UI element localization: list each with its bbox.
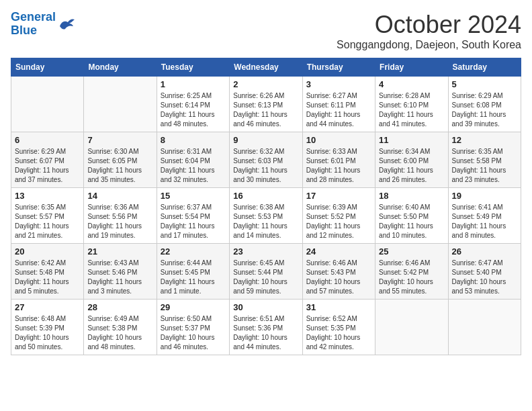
logo-bird-icon	[57, 17, 76, 32]
day-number: 7	[87, 135, 152, 145]
day-number: 21	[87, 246, 152, 257]
day-info: Sunrise: 6:29 AM Sunset: 6:08 PM Dayligh…	[452, 91, 517, 129]
day-number: 30	[233, 302, 298, 312]
day-info: Sunrise: 6:38 AM Sunset: 5:53 PM Dayligh…	[233, 203, 298, 240]
day-number: 6	[15, 135, 80, 145]
day-info: Sunrise: 6:47 AM Sunset: 5:40 PM Dayligh…	[452, 259, 517, 296]
calendar-cell: 31Sunrise: 6:52 AM Sunset: 5:35 PM Dayli…	[302, 300, 375, 355]
header-saturday: Saturday	[448, 58, 521, 77]
day-number: 8	[161, 135, 226, 145]
header-wednesday: Wednesday	[230, 58, 302, 77]
calendar-cell: 27Sunrise: 6:48 AM Sunset: 5:39 PM Dayli…	[11, 300, 84, 355]
calendar-table: SundayMondayTuesdayWednesdayThursdayFrid…	[11, 58, 521, 355]
calendar-cell: 14Sunrise: 6:36 AM Sunset: 5:56 PM Dayli…	[84, 188, 157, 244]
calendar-week-row: 13Sunrise: 6:35 AM Sunset: 5:57 PM Dayli…	[11, 188, 521, 244]
day-info: Sunrise: 6:48 AM Sunset: 5:39 PM Dayligh…	[15, 314, 80, 352]
calendar-cell: 10Sunrise: 6:33 AM Sunset: 6:01 PM Dayli…	[302, 132, 375, 188]
calendar-header-row: SundayMondayTuesdayWednesdayThursdayFrid…	[11, 58, 521, 77]
calendar-cell: 17Sunrise: 6:39 AM Sunset: 5:52 PM Dayli…	[302, 188, 375, 244]
calendar-cell	[448, 300, 521, 355]
calendar-cell: 22Sunrise: 6:44 AM Sunset: 5:45 PM Dayli…	[157, 244, 229, 300]
day-number: 31	[306, 302, 371, 312]
day-info: Sunrise: 6:41 AM Sunset: 5:49 PM Dayligh…	[452, 203, 517, 240]
calendar-cell: 8Sunrise: 6:31 AM Sunset: 6:04 PM Daylig…	[157, 132, 229, 188]
day-number: 29	[161, 302, 226, 312]
calendar-cell: 1Sunrise: 6:25 AM Sunset: 6:14 PM Daylig…	[157, 77, 229, 132]
day-number: 16	[233, 191, 298, 201]
day-info: Sunrise: 6:35 AM Sunset: 5:57 PM Dayligh…	[15, 203, 80, 240]
day-number: 15	[161, 191, 226, 201]
day-info: Sunrise: 6:49 AM Sunset: 5:38 PM Dayligh…	[87, 314, 152, 352]
day-info: Sunrise: 6:28 AM Sunset: 6:10 PM Dayligh…	[379, 91, 444, 129]
calendar-cell: 5Sunrise: 6:29 AM Sunset: 6:08 PM Daylig…	[448, 77, 521, 132]
calendar-cell: 3Sunrise: 6:27 AM Sunset: 6:11 PM Daylig…	[302, 77, 375, 132]
day-number: 20	[15, 246, 80, 257]
day-number: 18	[379, 191, 444, 201]
day-info: Sunrise: 6:34 AM Sunset: 6:00 PM Dayligh…	[379, 147, 444, 185]
day-number: 28	[87, 302, 152, 312]
calendar-cell: 11Sunrise: 6:34 AM Sunset: 6:00 PM Dayli…	[375, 132, 448, 188]
calendar-cell: 24Sunrise: 6:46 AM Sunset: 5:43 PM Dayli…	[302, 244, 375, 300]
day-number: 5	[452, 79, 517, 89]
page-header: General Blue October 2024 Songgangdong, …	[11, 11, 521, 51]
logo: General Blue	[11, 11, 76, 38]
calendar-cell: 19Sunrise: 6:41 AM Sunset: 5:49 PM Dayli…	[448, 188, 521, 244]
calendar-cell: 25Sunrise: 6:46 AM Sunset: 5:42 PM Dayli…	[375, 244, 448, 300]
calendar-cell: 16Sunrise: 6:38 AM Sunset: 5:53 PM Dayli…	[230, 188, 302, 244]
calendar-cell: 18Sunrise: 6:40 AM Sunset: 5:50 PM Dayli…	[375, 188, 448, 244]
calendar-cell: 30Sunrise: 6:51 AM Sunset: 5:36 PM Dayli…	[230, 300, 302, 355]
calendar-week-row: 27Sunrise: 6:48 AM Sunset: 5:39 PM Dayli…	[11, 300, 521, 355]
day-number: 27	[15, 302, 80, 312]
day-number: 2	[233, 79, 298, 89]
location-subtitle: Songgangdong, Daejeon, South Korea	[337, 39, 521, 51]
day-info: Sunrise: 6:29 AM Sunset: 6:07 PM Dayligh…	[15, 147, 80, 185]
calendar-cell: 28Sunrise: 6:49 AM Sunset: 5:38 PM Dayli…	[84, 300, 157, 355]
day-info: Sunrise: 6:37 AM Sunset: 5:54 PM Dayligh…	[161, 203, 226, 240]
day-number: 19	[452, 191, 517, 201]
day-info: Sunrise: 6:32 AM Sunset: 6:03 PM Dayligh…	[233, 147, 298, 185]
day-number: 11	[379, 135, 444, 145]
calendar-cell: 20Sunrise: 6:42 AM Sunset: 5:48 PM Dayli…	[11, 244, 84, 300]
day-info: Sunrise: 6:43 AM Sunset: 5:46 PM Dayligh…	[87, 259, 152, 296]
header-friday: Friday	[375, 58, 448, 77]
day-info: Sunrise: 6:27 AM Sunset: 6:11 PM Dayligh…	[306, 91, 371, 129]
day-number: 10	[306, 135, 371, 145]
day-number: 24	[306, 246, 371, 257]
day-info: Sunrise: 6:45 AM Sunset: 5:44 PM Dayligh…	[233, 259, 298, 296]
day-info: Sunrise: 6:35 AM Sunset: 5:58 PM Dayligh…	[452, 147, 517, 185]
day-number: 23	[233, 246, 298, 257]
day-info: Sunrise: 6:44 AM Sunset: 5:45 PM Dayligh…	[161, 259, 226, 296]
calendar-cell	[11, 77, 84, 132]
title-block: October 2024 Songgangdong, Daejeon, Sout…	[337, 11, 521, 51]
day-number: 1	[161, 79, 226, 89]
day-info: Sunrise: 6:50 AM Sunset: 5:37 PM Dayligh…	[161, 314, 226, 352]
day-info: Sunrise: 6:30 AM Sunset: 6:05 PM Dayligh…	[87, 147, 152, 185]
day-number: 12	[452, 135, 517, 145]
calendar-cell: 26Sunrise: 6:47 AM Sunset: 5:40 PM Dayli…	[448, 244, 521, 300]
day-number: 3	[306, 79, 371, 89]
logo-general: General	[11, 10, 56, 24]
header-monday: Monday	[84, 58, 157, 77]
calendar-cell: 15Sunrise: 6:37 AM Sunset: 5:54 PM Dayli…	[157, 188, 229, 244]
calendar-cell: 23Sunrise: 6:45 AM Sunset: 5:44 PM Dayli…	[230, 244, 302, 300]
calendar-cell: 21Sunrise: 6:43 AM Sunset: 5:46 PM Dayli…	[84, 244, 157, 300]
day-info: Sunrise: 6:52 AM Sunset: 5:35 PM Dayligh…	[306, 314, 371, 352]
calendar-cell: 29Sunrise: 6:50 AM Sunset: 5:37 PM Dayli…	[157, 300, 229, 355]
day-info: Sunrise: 6:36 AM Sunset: 5:56 PM Dayligh…	[87, 203, 152, 240]
day-number: 26	[452, 246, 517, 257]
day-number: 9	[233, 135, 298, 145]
header-thursday: Thursday	[302, 58, 375, 77]
header-tuesday: Tuesday	[157, 58, 229, 77]
calendar-week-row: 1Sunrise: 6:25 AM Sunset: 6:14 PM Daylig…	[11, 77, 521, 132]
calendar-cell	[84, 77, 157, 132]
calendar-cell: 12Sunrise: 6:35 AM Sunset: 5:58 PM Dayli…	[448, 132, 521, 188]
day-info: Sunrise: 6:40 AM Sunset: 5:50 PM Dayligh…	[379, 203, 444, 240]
calendar-cell: 9Sunrise: 6:32 AM Sunset: 6:03 PM Daylig…	[230, 132, 302, 188]
header-sunday: Sunday	[11, 58, 84, 77]
day-number: 14	[87, 191, 152, 201]
month-title: October 2024	[337, 11, 521, 39]
calendar-cell	[375, 300, 448, 355]
calendar-cell: 4Sunrise: 6:28 AM Sunset: 6:10 PM Daylig…	[375, 77, 448, 132]
calendar-week-row: 6Sunrise: 6:29 AM Sunset: 6:07 PM Daylig…	[11, 132, 521, 188]
calendar-cell: 7Sunrise: 6:30 AM Sunset: 6:05 PM Daylig…	[84, 132, 157, 188]
